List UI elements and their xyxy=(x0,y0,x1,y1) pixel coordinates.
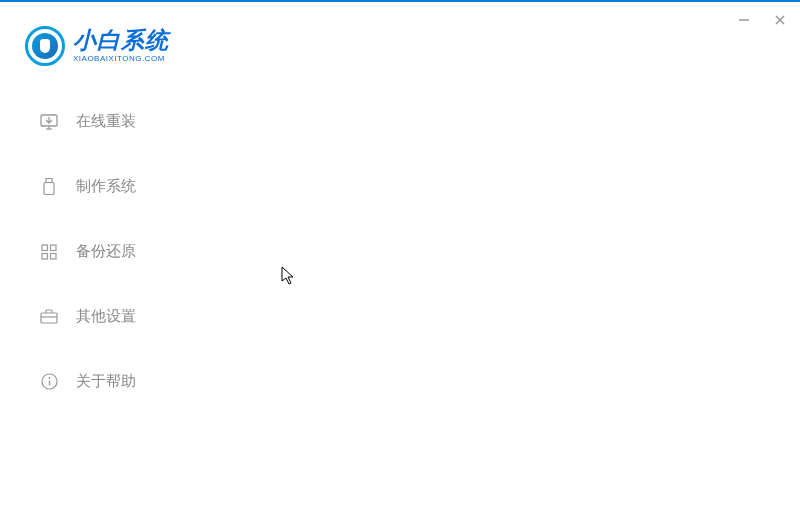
usb-drive-icon xyxy=(40,178,58,196)
sidebar-item-online-reinstall[interactable]: 在线重装 xyxy=(40,112,136,131)
monitor-download-icon xyxy=(40,113,58,131)
app-logo-icon xyxy=(25,26,65,66)
sidebar-item-label: 其他设置 xyxy=(76,307,136,326)
sidebar-item-make-system[interactable]: 制作系统 xyxy=(40,177,136,196)
sidebar-item-label: 制作系统 xyxy=(76,177,136,196)
sidebar-item-backup-restore[interactable]: 备份还原 xyxy=(40,242,136,261)
sidebar-item-label: 在线重装 xyxy=(76,112,136,131)
logo-text: 小白系统 XIAOBAIXITONG.COM xyxy=(73,29,169,63)
svg-point-15 xyxy=(48,377,50,379)
minimize-button[interactable] xyxy=(734,10,754,30)
svg-rect-9 xyxy=(51,245,57,251)
minimize-icon xyxy=(737,13,751,27)
close-icon xyxy=(773,13,787,27)
close-button[interactable] xyxy=(770,10,790,30)
svg-rect-7 xyxy=(44,182,54,194)
logo-area: 小白系统 XIAOBAIXITONG.COM xyxy=(25,26,169,66)
app-subtitle: XIAOBAIXITONG.COM xyxy=(73,54,169,63)
svg-rect-10 xyxy=(42,253,48,259)
sidebar-item-label: 备份还原 xyxy=(76,242,136,261)
svg-rect-8 xyxy=(42,245,48,251)
sidebar-item-label: 关于帮助 xyxy=(76,372,136,391)
info-icon xyxy=(40,373,58,391)
grid-icon xyxy=(40,243,58,261)
app-title: 小白系统 xyxy=(73,29,169,52)
sidebar: 在线重装 制作系统 备份还原 xyxy=(40,112,136,391)
sidebar-item-other-settings[interactable]: 其他设置 xyxy=(40,307,136,326)
titlebar xyxy=(734,10,790,30)
mouse-cursor-icon xyxy=(281,266,297,290)
briefcase-icon xyxy=(40,308,58,326)
svg-rect-11 xyxy=(51,253,57,259)
svg-rect-12 xyxy=(41,313,57,323)
sidebar-item-about-help[interactable]: 关于帮助 xyxy=(40,372,136,391)
svg-rect-6 xyxy=(46,178,52,182)
